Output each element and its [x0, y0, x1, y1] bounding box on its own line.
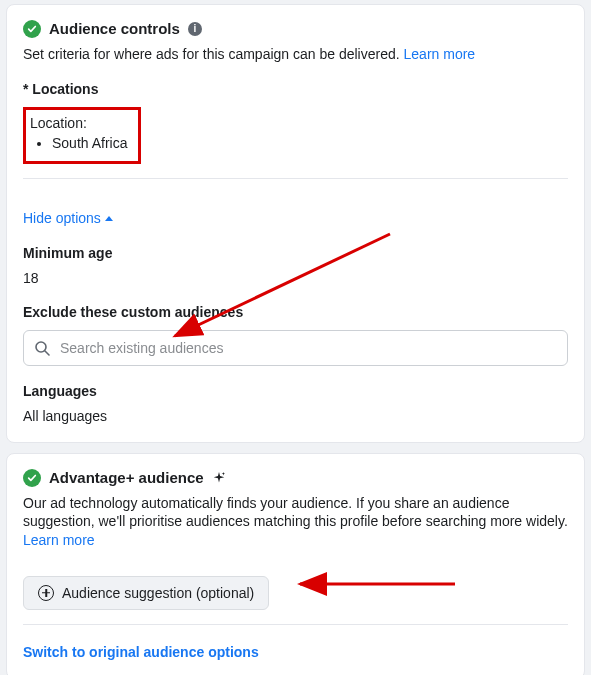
section-description: Set criteria for where ads for this camp…: [23, 45, 568, 64]
advantage-audience-card: Advantage+ audience Our ad technology au…: [6, 453, 585, 675]
section-title: Audience controls: [49, 19, 180, 39]
location-title: Location:: [30, 114, 128, 133]
description-text: Our ad technology automatically finds yo…: [23, 495, 568, 530]
section-header: Audience controls i: [23, 19, 568, 39]
plus-circle-icon: [38, 585, 54, 601]
check-circle-icon: [23, 469, 41, 487]
section-header: Advantage+ audience: [23, 468, 568, 488]
switch-audience-link[interactable]: Switch to original audience options: [23, 643, 259, 662]
search-input[interactable]: [58, 339, 557, 357]
audience-controls-card: Audience controls i Set criteria for whe…: [6, 4, 585, 443]
search-icon: [34, 340, 50, 356]
exclude-audiences-label: Exclude these custom audiences: [23, 303, 568, 322]
location-list: South Africa: [30, 134, 128, 153]
audience-suggestion-label: Audience suggestion (optional): [62, 585, 254, 601]
divider: [23, 624, 568, 625]
learn-more-link[interactable]: Learn more: [23, 532, 95, 548]
check-circle-icon: [23, 20, 41, 38]
hide-options-toggle[interactable]: Hide options: [23, 209, 113, 228]
description-text: Set criteria for where ads for this camp…: [23, 46, 404, 62]
languages-label: Languages: [23, 382, 568, 401]
divider: [23, 178, 568, 179]
hide-options-label: Hide options: [23, 209, 101, 228]
svg-line-1: [45, 351, 49, 355]
locations-label: * Locations: [23, 80, 568, 99]
min-age-value: 18: [23, 269, 568, 288]
chevron-up-icon: [105, 216, 113, 221]
location-highlight-box: Location: South Africa: [23, 107, 141, 165]
audience-suggestion-button[interactable]: Audience suggestion (optional): [23, 576, 269, 610]
info-icon[interactable]: i: [188, 22, 202, 36]
languages-value: All languages: [23, 407, 568, 426]
learn-more-link[interactable]: Learn more: [404, 46, 476, 62]
search-box[interactable]: [23, 330, 568, 366]
section-title: Advantage+ audience: [49, 468, 204, 488]
sparkle-icon: [212, 471, 226, 485]
location-item: South Africa: [52, 134, 128, 153]
section-description: Our ad technology automatically finds yo…: [23, 494, 568, 550]
min-age-label: Minimum age: [23, 244, 568, 263]
